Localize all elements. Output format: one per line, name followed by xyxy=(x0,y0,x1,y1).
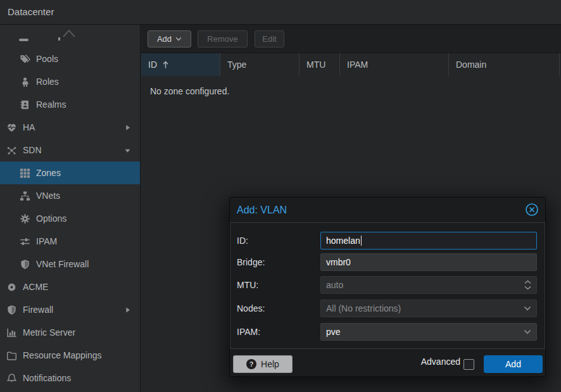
sort-ascending-icon xyxy=(162,60,169,69)
form-row-ipam: IPAM:pve xyxy=(230,323,545,341)
column-header-type[interactable]: Type xyxy=(220,53,299,76)
sidebar-items: PoolsRolesRealmsHASDNZonesVNetsOptionsIP… xyxy=(0,47,140,389)
button-label: Add xyxy=(157,34,172,44)
sliders-icon xyxy=(18,236,31,247)
bridge-input[interactable]: vmbr0 xyxy=(320,253,537,271)
toolbar: AddRemoveEdit xyxy=(141,25,561,53)
sidebar-item-label: Firewall xyxy=(23,305,53,315)
sidebar-item-realms[interactable]: Realms xyxy=(0,93,140,116)
partial-item-text-fragment xyxy=(58,37,60,41)
id-input[interactable]: homelan xyxy=(320,232,537,250)
advanced-label: Advanced xyxy=(421,348,460,376)
field-label: Bridge: xyxy=(237,253,265,271)
advanced-checkbox[interactable] xyxy=(463,359,474,370)
table-header: IDTypeMTUIPAMDomain xyxy=(141,53,561,76)
sidebar-item-acme[interactable]: ACME xyxy=(0,275,140,298)
dialog-title: Add: VLAN xyxy=(237,198,287,222)
sidebar-item-resource-mappings[interactable]: Resource Mappings xyxy=(0,344,140,367)
header-bar: Datacenter xyxy=(0,0,561,25)
column-header-ipam[interactable]: IPAM xyxy=(340,53,449,76)
button-label: Edit xyxy=(262,34,276,44)
caret-down-filled-icon[interactable] xyxy=(123,146,132,155)
add-button[interactable]: Add xyxy=(148,30,191,47)
sidebar-item-label: Notifications xyxy=(23,373,71,383)
shield-icon xyxy=(18,258,31,270)
sidebar-item-label: Realms xyxy=(36,99,66,110)
sidebar-item-notifications[interactable]: Notifications xyxy=(0,367,140,389)
dialog-form: ID:homelanBridge:vmbr0MTU:autoNodes:All … xyxy=(230,222,545,349)
address-book-icon xyxy=(18,99,31,110)
column-label: ID xyxy=(148,60,157,70)
app-window: Datacenter PoolsRolesRealmsHASDNZonesVNe… xyxy=(0,0,561,392)
sidebar-item-ipam[interactable]: IPAM xyxy=(0,230,140,253)
sidebar-item-firewall[interactable]: Firewall xyxy=(0,298,140,321)
sidebar-item-label: Pools xyxy=(36,54,58,64)
sidebar-item-metric-server[interactable]: Metric Server xyxy=(0,321,140,344)
partial-item-icon xyxy=(19,39,28,41)
sidebar-item-label: IPAM xyxy=(36,236,57,246)
chevron-up-icon xyxy=(61,27,77,39)
column-label: IPAM xyxy=(347,60,368,70)
sidebar-item-label: Metric Server xyxy=(23,327,75,338)
caret-right-filled-icon[interactable] xyxy=(123,305,132,314)
column-header-mtu[interactable]: MTU xyxy=(299,53,340,76)
help-button-label: Help xyxy=(261,359,279,369)
sidebar-item-label: SDN xyxy=(23,145,42,155)
sidebar-item-sdn[interactable]: SDN xyxy=(0,139,140,161)
column-header-domain[interactable]: Domain xyxy=(449,53,560,76)
remove-button[interactable]: Remove xyxy=(198,30,248,47)
grid-icon xyxy=(18,167,31,179)
sitemap-icon xyxy=(18,190,31,201)
column-label: Type xyxy=(227,60,246,70)
sidebar-item-options[interactable]: Options xyxy=(0,207,140,230)
sidebar-item-roles[interactable]: Roles xyxy=(0,70,140,93)
chevron-down-icon[interactable] xyxy=(524,306,531,311)
chevron-down-icon[interactable] xyxy=(524,329,531,334)
field-label: ID: xyxy=(237,232,248,250)
text-cursor xyxy=(361,236,362,246)
heartbeat-icon xyxy=(5,122,18,133)
sidebar-item-label: Zones xyxy=(36,168,61,178)
sidebar-item-vnet-firewall[interactable]: VNet Firewall xyxy=(0,253,140,275)
nodes-select[interactable]: All (No restrictions) xyxy=(320,300,537,317)
sidebar-item-pools[interactable]: Pools xyxy=(0,47,140,70)
field-value: pve xyxy=(326,327,341,337)
folder-icon xyxy=(5,350,18,361)
caret-right-filled-icon[interactable] xyxy=(123,123,132,132)
column-header-id[interactable]: ID xyxy=(141,53,220,76)
mtu-spinner[interactable]: auto xyxy=(320,276,537,294)
button-label: Remove xyxy=(207,34,237,44)
sidebar-item-label: ACME xyxy=(23,282,48,292)
add-submit-button[interactable]: Add xyxy=(484,355,543,373)
field-label: MTU: xyxy=(237,276,258,294)
column-label: MTU xyxy=(306,60,325,70)
sidebar-item-label: HA xyxy=(23,122,35,132)
sidebar-item-ha[interactable]: HA xyxy=(0,116,140,139)
gear-icon xyxy=(18,213,31,224)
bell-icon xyxy=(5,372,18,384)
caret-down-icon xyxy=(175,37,182,41)
sidebar-item-label: VNet Firewall xyxy=(36,259,89,269)
edit-button[interactable]: Edit xyxy=(255,30,284,47)
help-button[interactable]: ? Help xyxy=(233,355,293,373)
sidebar-item-label: Options xyxy=(36,213,66,224)
ipam-select[interactable]: pve xyxy=(320,323,537,341)
sidebar: PoolsRolesRealmsHASDNZonesVNetsOptionsIP… xyxy=(0,25,141,392)
dialog-footer: ? Help Advanced Add xyxy=(230,348,545,376)
field-value: homelan xyxy=(326,236,360,246)
sidebar-item-vnets[interactable]: VNets xyxy=(0,184,140,207)
field-value: All (No restrictions) xyxy=(326,303,401,313)
form-row-nodes: Nodes:All (No restrictions) xyxy=(230,300,545,317)
form-row-bridge: Bridge:vmbr0 xyxy=(230,253,545,271)
column-label: Domain xyxy=(456,60,486,70)
user-icon xyxy=(18,76,31,87)
shield-icon xyxy=(5,304,18,315)
empty-text: No zone configured. xyxy=(150,86,229,96)
network-icon xyxy=(5,144,18,156)
spinner-up-down-icon[interactable] xyxy=(524,281,531,290)
bar-chart-icon xyxy=(5,327,18,338)
sidebar-item-label: VNets xyxy=(36,191,60,201)
tags-icon xyxy=(18,53,31,65)
sidebar-item-zones[interactable]: Zones xyxy=(0,161,140,184)
close-icon[interactable] xyxy=(525,203,539,217)
